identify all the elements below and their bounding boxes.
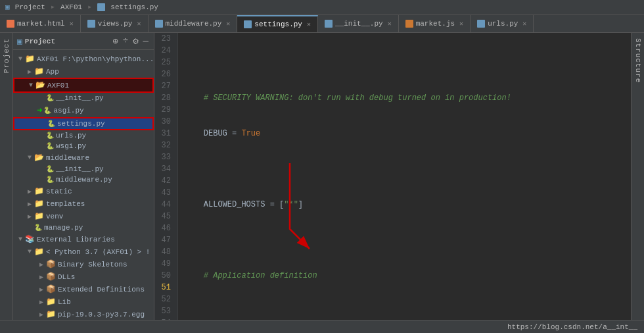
tree-gear-btn[interactable]: ⚙	[131, 36, 139, 47]
tree-item-middleware-folder[interactable]: ▼ 📂 middleware	[13, 151, 154, 164]
tree-minus-btn[interactable]: —	[142, 36, 150, 47]
spacer5	[37, 166, 46, 173]
tree-item-root[interactable]: ▼ 📁 AXF01 F:\python\yhpython...	[13, 53, 154, 65]
py-file-icon5	[477, 20, 485, 28]
tree-item-manage[interactable]: 🐍 manage.py	[13, 222, 154, 233]
code-content[interactable]: # SECURITY WARNING: don't run with debug…	[178, 33, 631, 320]
folder-icon: 📁	[25, 54, 35, 64]
tree-item-init[interactable]: 🐍 __init__.py	[13, 93, 154, 103]
tab-close-icon2[interactable]: ✕	[137, 20, 141, 28]
arrow-icon: ▶	[37, 261, 46, 269]
project-panel-toggle[interactable]: Project	[0, 33, 13, 320]
line-num-34: 34	[154, 163, 173, 175]
tab-close-icon3[interactable]: ✕	[226, 20, 230, 28]
title-project-label[interactable]: Project	[15, 3, 45, 11]
tree-settings-btn[interactable]: ÷	[122, 36, 129, 47]
folder-icon5: 📁	[34, 211, 44, 221]
tree-item-wsgi[interactable]: 🐍 wsgi.py	[13, 141, 154, 151]
tab-settings-py-label: settings.py	[254, 20, 302, 28]
tab-close-icon4[interactable]: ✕	[307, 20, 311, 28]
tree-item-dlls[interactable]: ▶ 📦 DLLs	[13, 270, 154, 283]
tree-item-mw-py[interactable]: 🐍 middleware.py	[13, 174, 154, 185]
code-line-29: # Application definition	[185, 270, 624, 282]
code-line-30	[185, 305, 624, 317]
tree-item-lib[interactable]: ▶ 📁 Lib	[13, 295, 154, 308]
py-file-icon3	[244, 20, 252, 28]
lib-folder-icon: 📁	[46, 297, 56, 307]
tab-init-py[interactable]: __init__.py ✕	[318, 15, 399, 32]
line-num-52: 52	[154, 294, 173, 305]
tree-mw-py-label: middleware.py	[56, 176, 112, 184]
title-file-icon	[97, 3, 105, 11]
py-icon3: 🐍	[47, 120, 55, 128]
tab-views-py[interactable]: views.py ✕	[81, 15, 149, 32]
line-num-47: 47	[154, 234, 173, 246]
tree-add-btn[interactable]: ⊕	[111, 36, 119, 47]
spacer2	[38, 120, 47, 128]
line-num-24: 24	[154, 45, 173, 57]
tab-views-py-label: views.py	[98, 20, 133, 28]
folder-open-icon: 📂	[35, 80, 45, 90]
line-num-25: 25	[154, 57, 173, 68]
py-icon: 🐍	[46, 94, 54, 102]
line-num-51: 51	[154, 282, 173, 294]
tree-root-label: AXF01 F:\python\yhpython...	[37, 55, 154, 63]
py-icon2: 🐍	[43, 107, 51, 115]
js-file-icon	[405, 20, 413, 28]
tree-item-urls[interactable]: 🐍 urls.py	[13, 130, 154, 141]
pip-folder-icon: 📁	[46, 309, 56, 319]
tree-python37-label: < Python 3.7 (AXF01) > !	[46, 248, 150, 256]
tree-item-settings[interactable]: 🐍 settings.py	[13, 117, 154, 130]
title-project2[interactable]: AXF01	[60, 3, 82, 11]
title-separator: ▸	[51, 2, 55, 12]
tree-item-axf01[interactable]: ▼ 📂 AXF01	[13, 78, 154, 93]
tree-item-venv[interactable]: ▶ 📁 venv	[13, 210, 154, 222]
tab-market-js[interactable]: market.js ✕	[399, 15, 471, 32]
line-num-29: 29	[154, 104, 173, 116]
structure-panel[interactable]: Structure	[631, 33, 644, 320]
tab-close-icon5[interactable]: ✕	[388, 20, 392, 28]
structure-label[interactable]: Structure	[634, 38, 642, 83]
tree-item-asgi[interactable]: ➜ 🐍 asgi.py	[13, 103, 154, 117]
tab-init-py-label: __init__.py	[335, 20, 383, 28]
line-num-48: 48	[154, 246, 173, 258]
tab-close-icon7[interactable]: ✕	[522, 20, 526, 28]
arrow-icon: ▶	[25, 188, 34, 195]
folder-icon3: 📁	[34, 186, 44, 196]
line-num-42: 42	[154, 175, 173, 187]
tree-item-mw-init[interactable]: 🐍 __init__.py	[13, 164, 154, 174]
tree-item-ext-libs[interactable]: ▼ 📚 External Libraries	[13, 233, 154, 245]
tab-middleware-py[interactable]: middleware.py ✕	[149, 15, 238, 32]
tree-item-binary[interactable]: ▶ 📦 Binary Skeletons	[13, 258, 154, 270]
folder-icon: 📁	[34, 66, 44, 76]
tree-venv-label: venv	[46, 213, 63, 220]
tree-ext-defs-label: Extended Definitions	[58, 286, 145, 294]
tree-item-templates[interactable]: ▶ 📁 templates	[13, 197, 154, 210]
tree-header: ▣ Project ⊕ ÷ ⚙ —	[13, 33, 154, 50]
bin-icon: 📦	[46, 259, 56, 269]
arrow-icon: ▶	[37, 298, 46, 306]
tree-init-label: __init__.py	[56, 94, 104, 102]
tree-project-icon: ▣	[17, 36, 22, 47]
tree-item-ext-defs[interactable]: ▶ 📦 Extended Definitions	[13, 283, 154, 295]
tree-item-python37[interactable]: ▼ 📁 < Python 3.7 (AXF01) > !	[13, 245, 154, 258]
tree-item-pip[interactable]: ▶ 📁 pip-19.0.3-py3.7.egg	[13, 308, 154, 320]
tab-close-icon6[interactable]: ✕	[459, 20, 463, 28]
py-icon7: 🐍	[46, 176, 54, 184]
title-file-label: settings.py	[110, 3, 158, 11]
tab-urls-py[interactable]: urls.py ✕	[471, 15, 534, 32]
project-tree: ▣ Project ⊕ ÷ ⚙ — ▼ 📁 AXF01 F:\python\yh…	[13, 33, 154, 320]
tree-item-app[interactable]: ▶ 📁 App	[13, 65, 154, 78]
tab-settings-py[interactable]: settings.py ✕	[237, 15, 318, 32]
arrow-icon: ▶	[25, 68, 34, 76]
arrow-icon: ▼	[16, 55, 25, 63]
tab-close-icon[interactable]: ✕	[70, 20, 74, 28]
ext-defs-icon: 📦	[46, 284, 56, 294]
tab-market-js-label: market.js	[416, 20, 455, 28]
project-toggle-label[interactable]: Project	[3, 38, 11, 73]
code-editor[interactable]: 23 24 25 26 27 28 29 30 31 32 33 34 42 4…	[154, 33, 631, 320]
line-num-53: 53	[154, 305, 173, 317]
title-separator2: ▸	[87, 2, 92, 12]
tree-item-static[interactable]: ▶ 📁 static	[13, 185, 154, 197]
tab-market-html[interactable]: market.html ✕	[0, 15, 81, 32]
